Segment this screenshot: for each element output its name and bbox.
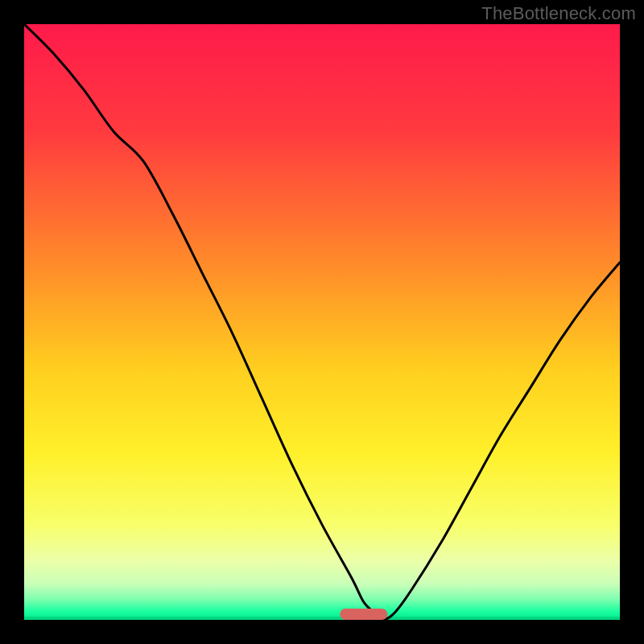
background-gradient	[24, 24, 620, 620]
watermark-text: TheBottleneck.com	[481, 3, 636, 24]
plot-area	[24, 24, 620, 620]
floor-line	[24, 617, 620, 620]
sweet-spot-marker	[340, 609, 387, 620]
plot-svg	[24, 24, 620, 620]
chart-frame: TheBottleneck.com	[0, 0, 644, 644]
